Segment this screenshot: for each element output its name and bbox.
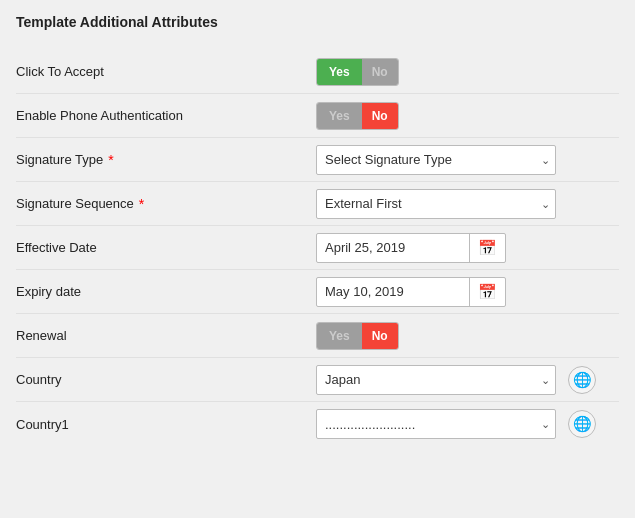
required-star-signature-sequence: *	[139, 196, 144, 212]
expiry-date-value: May 10, 2019	[317, 284, 469, 299]
control-expiry-date: May 10, 2019 📅	[316, 277, 619, 307]
label-signature-sequence: Signature Sequence *	[16, 196, 316, 212]
toggle-no-btn-renewal[interactable]: No	[362, 323, 398, 349]
select-signature-sequence[interactable]: External First Internal First	[316, 189, 556, 219]
toggle-no-btn[interactable]: No	[362, 59, 398, 85]
select-wrapper-signature-type: Select Signature Type ⌄	[316, 145, 556, 175]
panel-title: Template Additional Attributes	[16, 14, 619, 36]
row-renewal: Renewal Yes No	[16, 314, 619, 358]
control-signature-sequence: External First Internal First ⌄	[316, 189, 619, 219]
select-country1[interactable]: .........................	[316, 409, 556, 439]
row-country: Country Japan United States United Kingd…	[16, 358, 619, 402]
control-country: Japan United States United Kingdom ⌄ 🌐	[316, 365, 619, 395]
globe-icon-country1[interactable]: 🌐	[568, 410, 596, 438]
select-country[interactable]: Japan United States United Kingdom	[316, 365, 556, 395]
toggle-yes-btn-renewal[interactable]: Yes	[317, 323, 362, 349]
control-signature-type: Select Signature Type ⌄	[316, 145, 619, 175]
control-effective-date: April 25, 2019 📅	[316, 233, 619, 263]
toggle-yes-btn-phone[interactable]: Yes	[317, 103, 362, 129]
toggle-yes-btn[interactable]: Yes	[317, 59, 362, 85]
control-renewal: Yes No	[316, 322, 619, 350]
toggle-renewal[interactable]: Yes No	[316, 322, 399, 350]
row-signature-sequence: Signature Sequence * External First Inte…	[16, 182, 619, 226]
label-effective-date: Effective Date	[16, 240, 316, 255]
label-renewal: Renewal	[16, 328, 316, 343]
globe-icon-country[interactable]: 🌐	[568, 366, 596, 394]
row-click-to-accept: Click To Accept Yes No	[16, 50, 619, 94]
label-signature-type: Signature Type *	[16, 152, 316, 168]
control-enable-phone-auth: Yes No	[316, 102, 619, 130]
control-country1: ......................... ⌄ 🌐	[316, 409, 619, 439]
select-signature-type[interactable]: Select Signature Type	[316, 145, 556, 175]
toggle-no-btn-phone[interactable]: No	[362, 103, 398, 129]
label-expiry-date: Expiry date	[16, 284, 316, 299]
row-effective-date: Effective Date April 25, 2019 📅	[16, 226, 619, 270]
label-enable-phone-auth: Enable Phone Authentication	[16, 108, 316, 123]
date-input-effective[interactable]: April 25, 2019 📅	[316, 233, 506, 263]
template-additional-attributes-panel: Template Additional Attributes Click To …	[0, 0, 635, 456]
calendar-icon-effective[interactable]: 📅	[469, 234, 505, 262]
toggle-click-to-accept[interactable]: Yes No	[316, 58, 399, 86]
control-click-to-accept: Yes No	[316, 58, 619, 86]
effective-date-value: April 25, 2019	[317, 240, 469, 255]
row-signature-type: Signature Type * Select Signature Type ⌄	[16, 138, 619, 182]
row-expiry-date: Expiry date May 10, 2019 📅	[16, 270, 619, 314]
calendar-icon-expiry[interactable]: 📅	[469, 278, 505, 306]
select-wrapper-country: Japan United States United Kingdom ⌄	[316, 365, 556, 395]
toggle-enable-phone-auth[interactable]: Yes No	[316, 102, 399, 130]
required-star-signature-type: *	[108, 152, 113, 168]
row-enable-phone-auth: Enable Phone Authentication Yes No	[16, 94, 619, 138]
select-wrapper-country1: ......................... ⌄	[316, 409, 556, 439]
select-wrapper-signature-sequence: External First Internal First ⌄	[316, 189, 556, 219]
label-country: Country	[16, 372, 316, 387]
date-input-expiry[interactable]: May 10, 2019 📅	[316, 277, 506, 307]
label-click-to-accept: Click To Accept	[16, 64, 316, 79]
label-country1: Country1	[16, 417, 316, 432]
row-country1: Country1 ......................... ⌄ 🌐	[16, 402, 619, 446]
